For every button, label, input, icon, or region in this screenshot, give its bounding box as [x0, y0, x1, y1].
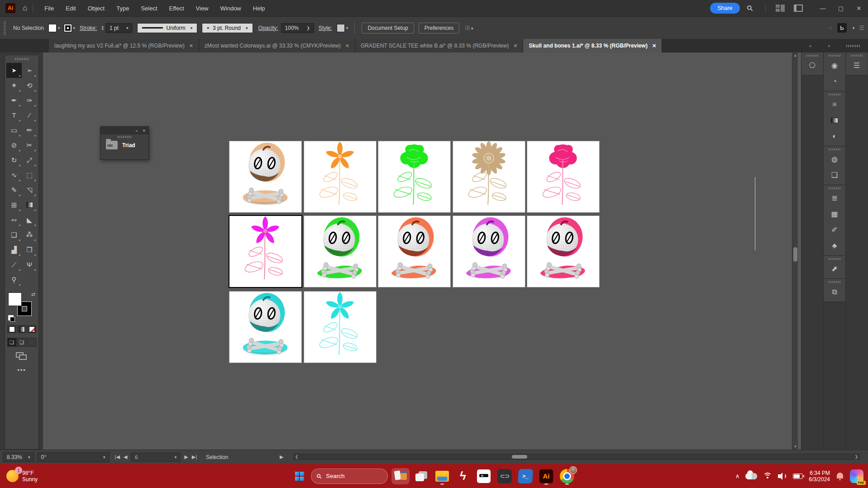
stroke-panel-icon[interactable]: ≡ [824, 96, 845, 112]
line-segment-tool[interactable]: ∕ [22, 108, 37, 123]
arrange-documents-icon[interactable] [776, 5, 785, 12]
next-artboard-icon[interactable]: ▶ [184, 454, 188, 460]
touch-workspace-icon[interactable]: ⁘ [828, 24, 833, 31]
dock-grip[interactable] [829, 281, 840, 283]
preferences-button[interactable]: Preferences [419, 23, 460, 33]
zoom-level-field[interactable]: 8.33%▾ [3, 452, 34, 462]
scale-tool[interactable]: ⤢ [22, 153, 37, 167]
close-tab-icon[interactable]: ✕ [345, 43, 349, 49]
properties-panel-icon[interactable]: ☰ [846, 57, 868, 73]
canvas[interactable]: ▲ ▼ » ✕ Triad [43, 53, 801, 450]
share-button[interactable]: Share [710, 3, 739, 14]
triad-floating-panel[interactable]: » ✕ Triad [100, 126, 149, 160]
panel-folder-label[interactable]: Triad [122, 142, 135, 148]
widgets-icon[interactable] [391, 467, 410, 485]
type-tool[interactable]: T [6, 108, 22, 123]
artboard-9[interactable] [453, 215, 525, 287]
first-artboard-icon[interactable]: |◀ [115, 454, 120, 460]
brush-definition-field[interactable]: ●3 pt. Round▾ [202, 23, 253, 33]
curvature-tool[interactable]: ✑ [22, 93, 37, 108]
perspective-grid-tool[interactable]: ◹ [22, 182, 37, 197]
color-guide-icon[interactable]: ◔ [824, 73, 845, 89]
stroke-width-stepper[interactable]: ▲▼ [101, 25, 104, 31]
rectangle-tool[interactable]: ▭ [6, 123, 22, 138]
tray-clock[interactable]: 6:34 PM 6/3/2024 [809, 470, 830, 483]
free-transform-tool[interactable]: ⬚ [22, 167, 37, 182]
volume-icon[interactable] [778, 473, 787, 480]
fill-stroke-indicator[interactable]: ⇄ [8, 292, 35, 321]
stroke-swatch[interactable]: ▾ [64, 24, 76, 32]
minimize-button[interactable]: — [814, 0, 832, 16]
dock-grip[interactable] [829, 258, 840, 260]
dock-grip[interactable] [829, 55, 840, 57]
document-tab-2[interactable]: zMost wanted Colorways.ai @ 33.33 % (CMY… [199, 39, 355, 53]
scroll-right-icon[interactable]: ❯ [854, 455, 858, 459]
weather-widget[interactable]: 1 98°FSunny [6, 470, 38, 483]
dock-grip[interactable] [806, 55, 818, 57]
copilot-icon[interactable]: PRE [850, 469, 863, 483]
pen-tool[interactable]: ✒ [6, 93, 22, 108]
menu-type[interactable]: Type [110, 5, 135, 12]
home-icon[interactable]: ⌂ [23, 4, 27, 13]
transparency-panel-icon[interactable]: ◐ [824, 128, 845, 144]
task-view-icon[interactable] [412, 467, 430, 485]
sharex-icon[interactable]: ϟ [454, 467, 472, 485]
chevron-down-icon[interactable]: ▾ [853, 26, 855, 30]
stroke-width-field[interactable]: 1 pt▾ [105, 23, 133, 33]
export-panel-icon[interactable]: ⬈ [824, 261, 845, 277]
gradient-tool[interactable] [22, 197, 37, 212]
width-tool[interactable]: ∿ [6, 167, 22, 182]
brushes-panel-icon[interactable]: ✐ [824, 222, 845, 238]
slice-tool[interactable]: ⟋ [6, 257, 22, 272]
artboard-10[interactable] [527, 215, 600, 287]
menu-help[interactable]: Help [247, 5, 271, 12]
draw-normal-button[interactable]: ❏ [7, 338, 17, 347]
symbols-panel-icon[interactable]: ♣ [824, 238, 845, 254]
color-button[interactable] [7, 325, 16, 333]
direct-selection-tool[interactable]: ➣ [22, 63, 37, 78]
graph-tool[interactable]: ▟ [6, 242, 22, 257]
close-tab-icon[interactable]: ✕ [513, 43, 517, 49]
artboard-7[interactable] [304, 215, 377, 287]
appearance-panel-icon[interactable]: ◍ [824, 151, 845, 167]
vertical-scroll-thumb[interactable] [793, 247, 797, 262]
width-profile-field[interactable]: Uniform▾ [137, 23, 198, 33]
artboard-number-field[interactable]: 6▾ [131, 453, 181, 462]
vertical-scrollbar[interactable]: ▲ ▼ [792, 53, 798, 450]
dock-grip[interactable] [829, 94, 840, 96]
artboard-3[interactable] [378, 141, 451, 213]
toolbar-grip[interactable] [15, 58, 29, 60]
status-menu-icon[interactable]: ▶ [280, 454, 283, 460]
graphic-styles-panel-icon[interactable]: ❏ [824, 167, 845, 183]
gradient-panel-icon[interactable] [824, 112, 845, 128]
swap-fill-stroke-icon[interactable]: ⇄ [31, 292, 35, 297]
paintbrush-tool[interactable]: ✏ [22, 123, 37, 138]
file-explorer-icon[interactable] [433, 467, 451, 485]
menu-edit[interactable]: Edit [60, 5, 81, 12]
scissors-tool[interactable]: ✂ [22, 138, 37, 153]
color-panel-icon[interactable]: ◉ [824, 57, 845, 73]
document-setup-button[interactable]: Document Setup [362, 23, 414, 33]
rotation-field[interactable]: 0°▾ [37, 452, 110, 462]
collapse-dock-icon[interactable]: « [809, 43, 812, 48]
artboard-8[interactable] [378, 215, 451, 287]
none-button[interactable] [27, 325, 36, 333]
document-tab-1[interactable]: laughting my ass V2 Full.ai* @ 12.5 % (R… [49, 39, 199, 53]
shape-builder-tool[interactable]: ⊘ [6, 138, 22, 153]
illustrator-icon[interactable]: Ai [537, 467, 555, 485]
dock-grip[interactable] [829, 148, 840, 150]
align-icon[interactable]: 🞔▾ [465, 25, 473, 31]
symbol-sprayer-tool[interactable]: ⁂ [22, 227, 37, 242]
stroke-label[interactable]: Stroke: [80, 25, 97, 31]
start-button[interactable] [292, 469, 307, 484]
artboard-5[interactable] [527, 141, 600, 213]
style-swatch[interactable]: ▾ [337, 24, 348, 32]
gradient-button[interactable] [17, 325, 26, 333]
horizontal-scroll-thumb[interactable] [512, 455, 527, 459]
artboard-12[interactable] [304, 291, 377, 363]
artboard-2[interactable] [304, 141, 377, 213]
artboard-1[interactable] [229, 141, 302, 213]
artboard-11[interactable] [229, 291, 302, 363]
menu-file[interactable]: File [38, 5, 60, 12]
close-tab-icon[interactable]: ✕ [652, 43, 656, 49]
